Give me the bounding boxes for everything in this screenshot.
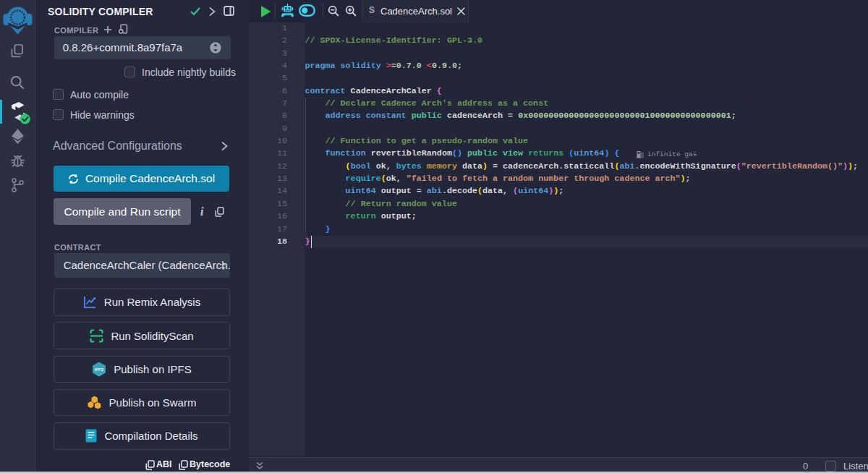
svg-text:IPFS: IPFS: [95, 367, 104, 372]
